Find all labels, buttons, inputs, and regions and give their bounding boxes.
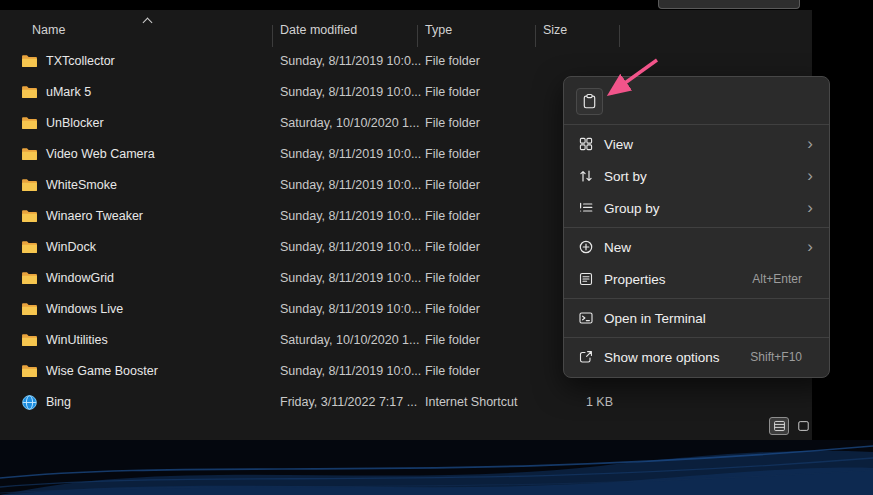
- folder-icon: [21, 332, 38, 349]
- sort-ascending-indicator: [143, 18, 153, 28]
- folder-icon: [21, 270, 38, 287]
- file-type: File folder: [425, 170, 480, 201]
- file-name: WinDock: [46, 232, 96, 263]
- folder-icon: [21, 146, 38, 163]
- menu-separator: [564, 298, 829, 299]
- menu-item-open-in-terminal[interactable]: Open in Terminal: [569, 302, 824, 334]
- column-header-type[interactable]: Type: [425, 16, 452, 44]
- file-date: Sunday, 8/11/2019 10:0...: [280, 294, 421, 325]
- annotation-arrow: [589, 50, 673, 106]
- file-name: uMark 5: [46, 77, 91, 108]
- menu-item-new[interactable]: New ›: [569, 231, 824, 263]
- folder-icon: [21, 363, 38, 380]
- chevron-right-icon: ›: [807, 200, 815, 216]
- menu-item-show-more-options[interactable]: Show more options Shift+F10: [569, 341, 824, 373]
- folder-icon: [21, 301, 38, 318]
- menu-item-shortcut: Shift+F10: [750, 350, 815, 364]
- sort-arrows-icon: [578, 168, 594, 184]
- menu-item-group-by[interactable]: Group by ›: [569, 192, 824, 224]
- folder-icon: [21, 53, 38, 70]
- file-name: WhiteSmoke: [46, 170, 117, 201]
- thumbnails-view-button[interactable]: [793, 417, 813, 435]
- desktop-wallpaper: [0, 440, 873, 495]
- file-name: Windows Live: [46, 294, 123, 325]
- menu-item-label: Group by: [604, 201, 660, 216]
- column-divider[interactable]: [619, 25, 620, 47]
- menu-item-properties[interactable]: Properties Alt+Enter: [569, 263, 824, 295]
- chevron-right-icon: ›: [807, 136, 815, 152]
- column-divider[interactable]: [272, 25, 273, 47]
- menu-item-label: Open in Terminal: [604, 311, 706, 326]
- file-date: Sunday, 8/11/2019 10:0...: [280, 356, 421, 387]
- file-name: WindowGrid: [46, 263, 114, 294]
- details-view-icon: [772, 419, 787, 433]
- file-type: File folder: [425, 294, 480, 325]
- file-type: File folder: [425, 201, 480, 232]
- screenshot-root: { "columns": { "name": "Name", "date_mod…: [0, 0, 873, 495]
- file-date: Sunday, 8/11/2019 10:0...: [280, 77, 421, 108]
- plus-circle-icon: [578, 239, 594, 255]
- file-name: TXTcollector: [46, 46, 115, 77]
- menu-item-label: Sort by: [604, 169, 647, 184]
- file-name: UnBlocker: [46, 108, 104, 139]
- file-type: File folder: [425, 232, 480, 263]
- file-type: File folder: [425, 46, 480, 77]
- file-date: Sunday, 8/11/2019 10:0...: [280, 263, 421, 294]
- file-date: Friday, 3/11/2022 7:17 ...: [280, 387, 417, 418]
- file-date: Sunday, 8/11/2019 10:0...: [280, 170, 421, 201]
- column-header-row: Name Date modified Type Size: [0, 16, 812, 44]
- folder-icon: [21, 239, 38, 256]
- file-type: File folder: [425, 139, 480, 170]
- file-date: Saturday, 10/10/2020 1...: [280, 325, 419, 356]
- file-date: Sunday, 8/11/2019 10:0...: [280, 232, 421, 263]
- menu-item-label: View: [604, 137, 633, 152]
- column-header-date-modified[interactable]: Date modified: [280, 16, 357, 44]
- menu-item-label: Properties: [604, 272, 666, 287]
- thumbnails-view-icon: [796, 419, 811, 433]
- properties-icon: [578, 271, 594, 287]
- file-type: File folder: [425, 356, 480, 387]
- external-arrow-icon: [578, 349, 594, 365]
- file-date: Saturday, 10/10/2020 1...: [280, 108, 419, 139]
- folder-icon: [21, 84, 38, 101]
- chevron-right-icon: ›: [807, 239, 815, 255]
- file-name: Video Web Camera: [46, 139, 155, 170]
- view-grid-icon: [578, 136, 594, 152]
- file-type: Internet Shortcut: [425, 387, 517, 418]
- view-toggle-group: [769, 417, 813, 435]
- search-box-partial[interactable]: [658, 0, 800, 9]
- menu-item-label: New: [604, 240, 631, 255]
- chevron-right-icon: ›: [807, 168, 815, 184]
- file-type: File folder: [425, 263, 480, 294]
- column-header-name[interactable]: Name: [32, 16, 65, 44]
- folder-icon: [21, 177, 38, 194]
- file-name: WinUtilities: [46, 325, 108, 356]
- file-date: Sunday, 8/11/2019 10:0...: [280, 46, 421, 77]
- menu-separator: [564, 124, 829, 125]
- folder-icon: [21, 208, 38, 225]
- folder-icon: [21, 115, 38, 132]
- file-type: File folder: [425, 77, 480, 108]
- column-divider[interactable]: [417, 25, 418, 47]
- file-size: 1 KB: [535, 387, 613, 418]
- file-type: File folder: [425, 108, 480, 139]
- file-name: Wise Game Booster: [46, 356, 158, 387]
- group-list-icon: [578, 200, 594, 216]
- column-header-size[interactable]: Size: [543, 16, 567, 44]
- file-type: File folder: [425, 325, 480, 356]
- terminal-icon: [578, 310, 594, 326]
- file-date: Sunday, 8/11/2019 10:0...: [280, 139, 421, 170]
- menu-separator: [564, 227, 829, 228]
- menu-item-label: Show more options: [604, 350, 720, 365]
- menu-separator: [564, 337, 829, 338]
- details-view-button[interactable]: [769, 417, 789, 435]
- file-row[interactable]: TXTcollector Sunday, 8/11/2019 10:0... F…: [0, 46, 812, 77]
- menu-item-sort-by[interactable]: Sort by ›: [569, 160, 824, 192]
- column-divider[interactable]: [535, 25, 536, 47]
- internet-shortcut-icon: [21, 394, 38, 411]
- file-row[interactable]: Bing Friday, 3/11/2022 7:17 ... Internet…: [0, 387, 812, 418]
- context-menu: View › Sort by › Group by › New › Proper…: [563, 76, 830, 378]
- file-date: Sunday, 8/11/2019 10:0...: [280, 201, 421, 232]
- menu-item-view[interactable]: View ›: [569, 128, 824, 160]
- file-name: Winaero Tweaker: [46, 201, 143, 232]
